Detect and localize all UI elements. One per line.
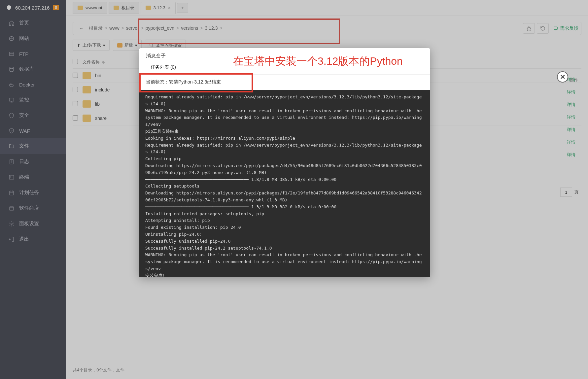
modal-close-button[interactable]: ✕ bbox=[557, 71, 568, 83]
message-box-modal: 消息盒子 任务列表 (0) 当前状态：安装Python-3.12.3已结束 Re… bbox=[139, 48, 430, 277]
modal-tab-tasks[interactable]: 任务列表 (0) bbox=[146, 61, 181, 74]
terminal-output: Requirement already satisfied: pip in /w… bbox=[139, 90, 430, 277]
annotation-text: 在宝塔中安装一个3.12版本的Python bbox=[233, 54, 403, 69]
install-status: 当前状态：安装Python-3.12.3已结束 bbox=[139, 75, 430, 90]
